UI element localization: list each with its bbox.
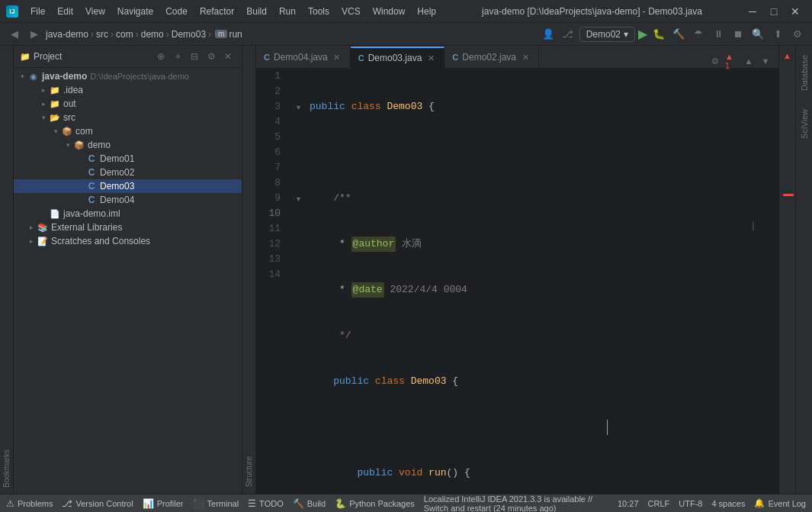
cursor-position[interactable]: 10:27 xyxy=(618,499,639,508)
database-tab[interactable]: Database xyxy=(797,46,812,100)
tree-item-java-demo[interactable]: ▾ ◉ java-demo D:\IdeaProjects\java-demo xyxy=(14,69,242,83)
tree-item-demo02[interactable]: C Demo02 xyxy=(14,166,242,179)
breadcrumb-project[interactable]: java-demo xyxy=(46,29,88,40)
menu-edit[interactable]: Edit xyxy=(51,3,79,20)
todo-status[interactable]: ☰ TODO xyxy=(248,498,284,509)
menu-tools[interactable]: Tools xyxy=(302,3,335,20)
structure-strip: Structure xyxy=(242,46,256,494)
event-log[interactable]: 🔔 Event Log xyxy=(754,498,806,508)
tab-close-demo04[interactable]: ✕ xyxy=(332,52,342,63)
maximize-button[interactable]: □ xyxy=(763,0,785,23)
tab-close-demo03[interactable]: ✕ xyxy=(425,53,436,63)
build-status[interactable]: 🔨 Build xyxy=(293,498,326,509)
code-line-2 xyxy=(310,145,772,160)
tree-item-com[interactable]: ▾ 📦 com xyxy=(14,124,242,138)
indent-status[interactable]: 4 spaces xyxy=(711,499,745,508)
tree-item-out[interactable]: ▸ 📁 out xyxy=(14,97,242,111)
project-header-icons: ⊕ ⌖ ⊟ ⚙ ✕ xyxy=(153,49,236,64)
menu-code[interactable]: Code xyxy=(159,3,194,20)
settings-button[interactable]: ⚙ xyxy=(789,26,806,43)
scroll-down-icon[interactable]: ▼ xyxy=(759,54,772,68)
line-ending[interactable]: CRLF xyxy=(648,499,670,508)
charset-status[interactable]: UTF-8 xyxy=(679,499,702,508)
vcs-icon[interactable]: ⎇ xyxy=(560,26,576,43)
problems-status[interactable]: ⚠ Problems xyxy=(6,498,53,509)
tree-item-demo[interactable]: ▾ 📦 demo xyxy=(14,138,242,152)
menu-vcs[interactable]: VCS xyxy=(335,3,367,20)
project-panel-close[interactable]: ✕ xyxy=(220,49,236,64)
tree-item-idea[interactable]: ▸ 📁 .idea xyxy=(14,83,242,97)
forward-button[interactable]: ▶ xyxy=(26,26,43,43)
pause-button[interactable]: ⏸ xyxy=(710,26,727,43)
menu-build[interactable]: Build xyxy=(240,3,273,20)
coverage-button[interactable]: ☂ xyxy=(690,26,707,43)
scroll-from-source-button[interactable]: ⌖ xyxy=(170,49,185,64)
tab-settings-icon[interactable]: ⚙ xyxy=(708,54,722,68)
breadcrumb-demo[interactable]: demo xyxy=(141,29,164,40)
menu-refactor[interactable]: Refactor xyxy=(194,3,240,20)
scroll-up-icon[interactable]: ▲ xyxy=(742,54,756,68)
add-content-root-button[interactable]: ⊕ xyxy=(153,49,168,64)
bookmarks-label[interactable]: Bookmarks xyxy=(0,443,13,494)
line-num-6: 6 xyxy=(256,145,287,160)
navbar: ◀ ▶ java-demo › src › com › demo › Demo0… xyxy=(0,23,812,46)
python-packages-status[interactable]: 🐍 Python Packages xyxy=(335,498,415,509)
menu-navigate[interactable]: Navigate xyxy=(111,3,159,20)
problems-icon: ⚠ xyxy=(6,498,14,509)
project-tree: ▾ ◉ java-demo D:\IdeaProjects\java-demo … xyxy=(14,68,242,494)
tree-item-scratches[interactable]: ▸ 📝 Scratches and Consoles xyxy=(14,234,242,248)
tree-item-demo01[interactable]: C Demo01 xyxy=(14,152,242,166)
title-left: IJ File Edit View Navigate Code Refactor… xyxy=(6,3,442,20)
tree-arrow-demo: ▾ xyxy=(63,140,73,150)
breadcrumb-com[interactable]: com xyxy=(116,29,133,40)
run-button[interactable]: ▶ xyxy=(638,27,647,41)
debug-button[interactable]: 🐛 xyxy=(650,26,667,43)
build-button[interactable]: 🔨 xyxy=(670,26,687,43)
error-indicator[interactable]: ▲ xyxy=(781,49,794,63)
breadcrumb-run[interactable]: run xyxy=(229,29,242,40)
tab-demo02[interactable]: C Demo02.java ✕ xyxy=(445,47,539,68)
line-num-9: 9 xyxy=(256,191,287,206)
breadcrumb-src[interactable]: src xyxy=(96,29,108,40)
profiler-status[interactable]: 📊 Profiler xyxy=(143,498,184,509)
run-config-name: Demo02 xyxy=(586,29,621,40)
close-button[interactable]: ✕ xyxy=(785,0,806,23)
breadcrumb-demo03[interactable]: Demo03 xyxy=(172,29,206,40)
code-content[interactable]: public class Demo03 { /** * @author 水滴 *… xyxy=(303,69,778,494)
right-strip-top: ▲ xyxy=(779,46,795,66)
terminal-icon: ⬛ xyxy=(193,498,204,509)
search-button[interactable]: 🔍 xyxy=(749,26,766,43)
structure-label[interactable]: Structure xyxy=(242,450,255,494)
tree-item-ext-libs[interactable]: ▸ 📚 External Libraries xyxy=(14,221,242,234)
code-editor[interactable]: 1 2 3 4 5 6 7 8 9 10 11 12 13 14 ▾ xyxy=(256,69,778,494)
collapse-all-button[interactable]: ⊟ xyxy=(187,49,202,64)
tab-close-demo02[interactable]: ✕ xyxy=(520,52,531,63)
tree-item-demo03[interactable]: C Demo03 xyxy=(14,179,242,193)
menu-help[interactable]: Help xyxy=(411,3,442,20)
update-button[interactable]: ⬆ xyxy=(769,26,786,43)
terminal-status[interactable]: ⬛ Terminal xyxy=(193,498,239,509)
tab-java-icon-demo02: C xyxy=(452,53,458,62)
menu-view[interactable]: View xyxy=(79,3,111,20)
tab-demo04[interactable]: C Demo04.java ✕ xyxy=(256,47,351,68)
menu-run[interactable]: Run xyxy=(273,3,302,20)
run-config-selector[interactable]: Demo02 ▾ xyxy=(579,27,635,42)
tree-item-src[interactable]: ▾ 📂 src xyxy=(14,111,242,124)
user-icon[interactable]: 👤 xyxy=(540,26,557,43)
menu-file[interactable]: File xyxy=(24,3,51,20)
tab-java-icon-demo04: C xyxy=(264,53,270,62)
tree-item-iml[interactable]: 📄 java-demo.iml xyxy=(14,207,242,221)
tree-label-java-demo: java-demo xyxy=(42,71,87,82)
menu-window[interactable]: Window xyxy=(367,3,412,20)
tree-label-ext-libs: External Libraries xyxy=(51,222,122,233)
version-control-status[interactable]: ⎇ Version Control xyxy=(62,498,133,509)
sciview-tab[interactable]: SciView xyxy=(797,100,812,148)
back-button[interactable]: ◀ xyxy=(6,26,23,43)
scroll-annotations xyxy=(779,66,795,494)
tree-item-demo04[interactable]: C Demo04 xyxy=(14,193,242,207)
line-num-12: 12 xyxy=(256,237,287,252)
minimize-button[interactable]: ─ xyxy=(742,0,763,23)
tab-demo03[interactable]: C Demo03.java ✕ xyxy=(351,47,445,68)
project-settings-button[interactable]: ⚙ xyxy=(204,49,219,64)
stop-button[interactable]: ⏹ xyxy=(730,26,746,43)
